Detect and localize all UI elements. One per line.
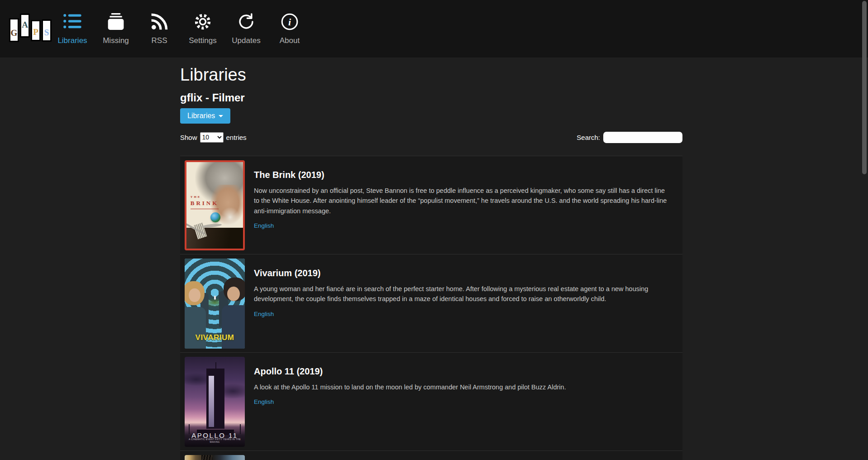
poster-title-text: VIVARIUM (185, 333, 245, 342)
main-content: Libraries gflix - Filmer Libraries Show … (180, 58, 682, 460)
page-size-select[interactable]: 10 (200, 132, 224, 143)
movie-language-link[interactable]: English (254, 222, 274, 229)
svg-text:i: i (288, 16, 291, 28)
list-icon (51, 10, 94, 34)
poster-art (189, 288, 200, 302)
table-controls: Show 10 entries Search: (180, 131, 682, 143)
poster-tagline-text: A CINEMATIC EVENT FIFTY YEARS IN THE MAK… (185, 438, 245, 443)
inbox-stack-icon (94, 10, 138, 34)
library-name: gflix - Filmer (180, 91, 682, 104)
logo-letter-g: G (9, 18, 19, 42)
movie-poster[interactable]: VIVARIUM (185, 259, 245, 349)
movie-language-link[interactable]: English (254, 398, 274, 405)
poster-art (209, 376, 214, 427)
poster-art (220, 207, 240, 228)
movie-info (254, 455, 668, 460)
movie-poster[interactable] (185, 455, 245, 460)
logo-letter-p: P (31, 20, 41, 41)
navbar: GAPS Libraries Missing (0, 0, 868, 58)
info-icon: i (268, 10, 311, 34)
rss-icon (138, 10, 181, 34)
gear-icon (181, 10, 224, 34)
movie-row: THE BRINK The Brink (2019) Now unconstra… (180, 156, 682, 254)
scrollbar-thumb[interactable] (862, 1, 867, 174)
nav-item-updates[interactable]: Updates (224, 10, 268, 45)
nav-menu: Libraries Missing RSS (51, 10, 311, 45)
movie-title: The Brink (2019) (254, 169, 668, 180)
movie-poster[interactable]: THE BRINK (185, 160, 245, 250)
refresh-icon (224, 10, 268, 34)
movie-title: Vivarium (2019) (254, 268, 668, 278)
movie-info: Apollo 11 (2019) A look at the Apollo 11… (254, 357, 668, 447)
app-logo[interactable]: GAPS (9, 9, 52, 46)
entries-label: entries (226, 134, 247, 141)
nav-item-missing[interactable]: Missing (94, 10, 138, 45)
poster-art (185, 307, 206, 349)
movie-description: Now unconstrained by an official post, S… (254, 186, 668, 216)
search-label: Search: (577, 134, 600, 141)
libraries-dropdown-button[interactable]: Libraries (180, 108, 230, 124)
logo-letter-s: S (42, 19, 52, 42)
movie-description: A look at the Apollo 11 mission to land … (254, 382, 668, 392)
show-label: Show (180, 134, 197, 141)
poster-art (210, 212, 220, 222)
movie-poster[interactable]: APOLLO 11 A CINEMATIC EVENT FIFTY YEARS … (185, 357, 245, 447)
poster-title-text: THE BRINK (191, 195, 219, 209)
poster-art (201, 223, 221, 228)
movie-table: THE BRINK The Brink (2019) Now unconstra… (180, 156, 682, 460)
poster-art (227, 287, 240, 301)
movie-info: The Brink (2019) Now unconstrained by an… (254, 160, 668, 250)
nav-item-settings[interactable]: Settings (181, 10, 224, 45)
chevron-down-icon (219, 115, 223, 117)
nav-item-libraries[interactable]: Libraries (51, 10, 94, 45)
movie-row (180, 450, 682, 460)
poster-art (201, 455, 212, 460)
search-input[interactable] (603, 132, 682, 143)
nav-item-rss[interactable]: RSS (138, 10, 181, 45)
poster-art (214, 296, 216, 300)
page-title: Libraries (180, 66, 682, 84)
search-box: Search: (577, 132, 682, 143)
movie-row: VIVARIUM Vivarium (2019) A young woman a… (180, 254, 682, 352)
movie-info: Vivarium (2019) A young woman and her fi… (254, 259, 668, 349)
logo-letter-a: A (20, 14, 30, 38)
movie-language-link[interactable]: English (254, 311, 274, 317)
movie-row: APOLLO 11 A CINEMATIC EVENT FIFTY YEARS … (180, 352, 682, 450)
movie-title: Apollo 11 (2019) (254, 366, 668, 377)
movie-description: A young woman and her fiancé are in sear… (254, 284, 668, 304)
nav-item-about[interactable]: i About (268, 10, 311, 45)
show-entries: Show 10 entries (180, 132, 247, 143)
